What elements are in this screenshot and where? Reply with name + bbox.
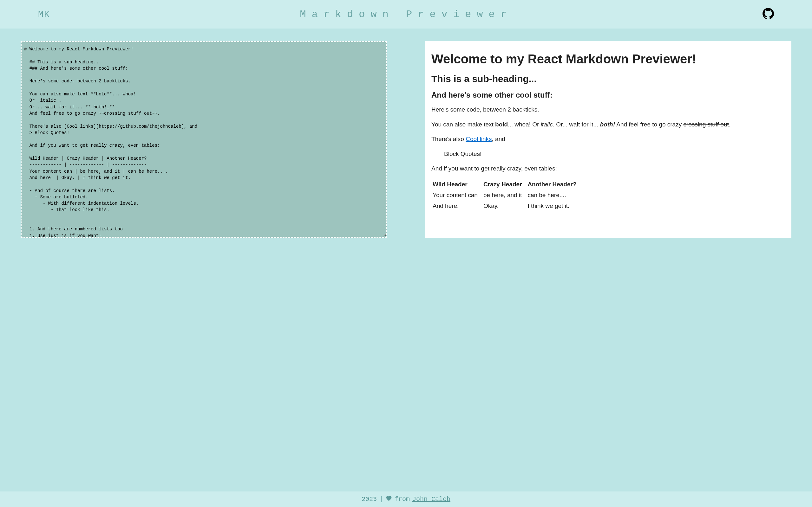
preview-container: Welcome to my React Markdown Previewer! … <box>425 41 792 479</box>
strikethrough-text: crossing stuff out <box>683 121 728 128</box>
preview-h2: This is a sub-heading... <box>432 73 785 84</box>
markdown-preview: Welcome to my React Markdown Previewer! … <box>425 41 792 238</box>
table-header: Wild Header <box>432 179 482 190</box>
editor-container: # Welcome to my React Markdown Previewer… <box>20 41 387 479</box>
preview-table: Wild Header Crazy Header Another Header?… <box>432 179 581 211</box>
table-cell: can be here.... <box>526 190 581 201</box>
table-row: And here. Okay. I think we get it. <box>432 201 581 211</box>
table-cell: be here, and it <box>482 190 526 201</box>
main-content: # Welcome to my React Markdown Previewer… <box>0 29 812 492</box>
italic-text: italic <box>541 121 553 128</box>
preview-paragraph: There's also Cool links, and <box>432 135 785 144</box>
table-header: Another Header? <box>526 179 581 190</box>
preview-link[interactable]: Cool links <box>466 135 492 142</box>
footer: 2023 | from John Caleb <box>0 492 812 507</box>
footer-from: from <box>395 496 410 503</box>
page-title: Markdown Previewer <box>300 9 512 20</box>
logo[interactable]: MK <box>38 9 50 19</box>
markdown-editor[interactable]: # Welcome to my React Markdown Previewer… <box>20 41 387 238</box>
preview-h1: Welcome to my React Markdown Previewer! <box>432 51 785 67</box>
header: MK Markdown Previewer <box>0 0 812 29</box>
footer-year: 2023 <box>362 496 377 503</box>
preview-paragraph: And if you want to get really crazy, eve… <box>432 164 785 173</box>
footer-separator: | <box>379 496 383 503</box>
table-row: Your content can be here, and it can be … <box>432 190 581 201</box>
github-link[interactable] <box>763 8 774 20</box>
preview-blockquote: Block Quotes! <box>444 150 785 159</box>
heart-icon <box>386 495 392 503</box>
github-icon <box>763 8 774 19</box>
table-cell: Your content can <box>432 190 482 201</box>
footer-author-link[interactable]: John Caleb <box>412 496 450 503</box>
table-cell: And here. <box>432 201 482 211</box>
preview-paragraph: You can also make text bold... whoa! Or … <box>432 120 785 129</box>
preview-h3: And here's some other cool stuff: <box>432 91 785 100</box>
bold-italic-text: both! <box>600 121 615 128</box>
table-cell: I think we get it. <box>526 201 581 211</box>
preview-paragraph: Here's some code, between 2 backticks. <box>432 105 785 114</box>
bold-text: bold <box>495 121 508 128</box>
table-header-row: Wild Header Crazy Header Another Header? <box>432 179 581 190</box>
table-header: Crazy Header <box>482 179 526 190</box>
table-cell: Okay. <box>482 201 526 211</box>
